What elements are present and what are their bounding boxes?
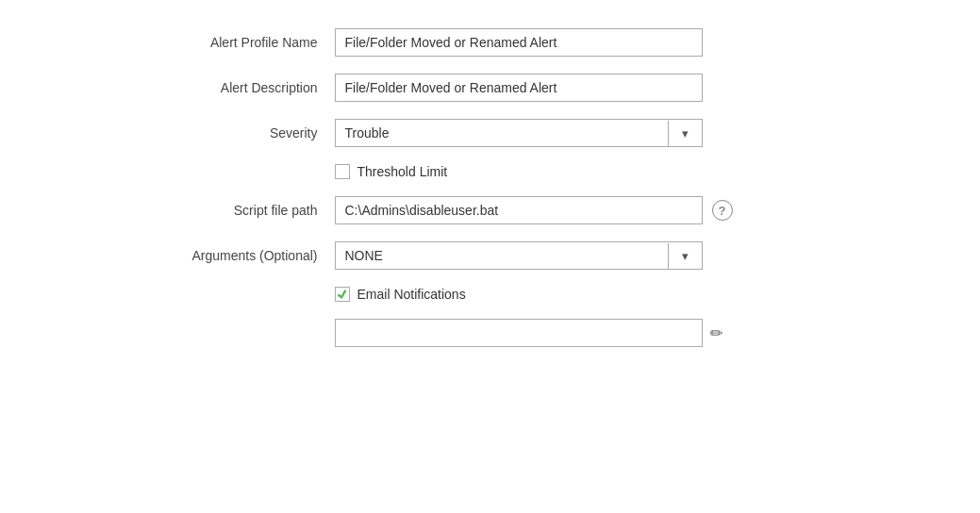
alert-description-label: Alert Description: [160, 80, 335, 95]
alert-profile-name-row: Alert Profile Name: [160, 28, 821, 57]
severity-label: Severity: [160, 125, 335, 141]
email-input-row: ✎: [335, 319, 821, 347]
arguments-row: Arguments (Optional) NONE ▾: [160, 241, 821, 270]
help-icon[interactable]: ?: [712, 200, 733, 221]
form-container: Alert Profile Name Alert Description Sev…: [160, 28, 821, 347]
arguments-label: Arguments (Optional): [160, 248, 335, 263]
severity-select[interactable]: Trouble ▾: [335, 119, 703, 147]
email-notifications-checkbox[interactable]: [335, 287, 350, 302]
severity-value: Trouble: [336, 120, 668, 146]
threshold-limit-row: Threshold Limit: [335, 164, 821, 179]
arguments-dropdown-arrow[interactable]: ▾: [668, 243, 702, 269]
severity-dropdown-arrow[interactable]: ▾: [668, 121, 702, 146]
arguments-select[interactable]: NONE ▾: [335, 241, 703, 270]
alert-profile-name-label: Alert Profile Name: [160, 35, 335, 50]
alert-profile-name-input[interactable]: [335, 28, 703, 57]
email-notifications-row: Email Notifications: [335, 287, 821, 302]
severity-row: Severity Trouble ▾: [160, 119, 821, 147]
script-file-path-row: Script file path ?: [160, 196, 821, 224]
threshold-limit-label: Threshold Limit: [357, 164, 448, 179]
arguments-value: NONE: [336, 242, 668, 269]
alert-description-input[interactable]: [335, 74, 703, 102]
script-file-path-label: Script file path: [160, 203, 335, 218]
edit-icon[interactable]: ✎: [706, 323, 727, 344]
script-file-path-input[interactable]: [335, 196, 703, 224]
threshold-limit-checkbox[interactable]: [335, 164, 350, 179]
email-notifications-label: Email Notifications: [357, 287, 466, 302]
alert-description-row: Alert Description: [160, 74, 821, 102]
script-path-container: ?: [335, 196, 733, 224]
email-input[interactable]: [335, 319, 703, 347]
